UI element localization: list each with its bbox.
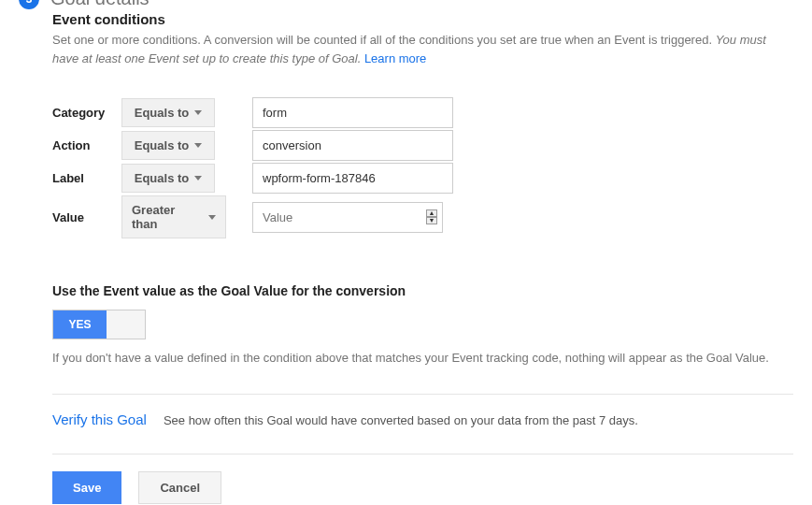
divider [52, 394, 793, 395]
toggle-description: If you don't have a value defined in the… [52, 349, 793, 368]
caret-down-icon [194, 110, 202, 115]
value-number-input[interactable] [252, 202, 443, 233]
toggle-yes: YES [53, 310, 107, 339]
value-operator-dropdown[interactable]: Greater than [121, 195, 226, 238]
step-title: Goal details [50, 0, 150, 9]
divider [52, 454, 793, 454]
section-title: Event conditions [52, 11, 793, 27]
label-label: Label [52, 171, 110, 185]
caret-down-icon [194, 176, 202, 180]
cancel-button[interactable]: Cancel [138, 471, 221, 504]
condition-row-value: Value Greater than ▲ ▼ [52, 195, 793, 238]
category-label: Category [52, 106, 110, 120]
caret-down-icon [194, 143, 202, 148]
learn-more-link[interactable]: Learn more [364, 51, 426, 65]
category-value-input[interactable] [252, 97, 453, 128]
condition-row-label: Label Equals to [52, 163, 793, 194]
number-spinner[interactable]: ▲ ▼ [426, 209, 437, 224]
category-operator-dropdown[interactable]: Equals to [121, 98, 215, 127]
verify-description: See how often this Goal would have conve… [164, 413, 638, 427]
save-button[interactable]: Save [52, 471, 121, 504]
label-value-input[interactable] [252, 163, 453, 194]
spinner-up-icon[interactable]: ▲ [426, 209, 437, 217]
caret-down-icon [208, 215, 216, 220]
condition-row-action: Action Equals to [52, 130, 793, 161]
condition-row-category: Category Equals to [52, 97, 793, 128]
action-value-input[interactable] [252, 130, 453, 161]
section-description: Set one or more conditions. A conversion… [52, 31, 793, 67]
spinner-down-icon[interactable]: ▼ [426, 217, 437, 224]
toggle-off-handle [107, 310, 145, 339]
action-label: Action [52, 138, 110, 152]
value-label: Value [52, 210, 110, 224]
label-operator-dropdown[interactable]: Equals to [121, 164, 215, 193]
toggle-title: Use the Event value as the Goal Value fo… [52, 283, 793, 298]
step-number-badge: 3 [19, 0, 39, 9]
verify-goal-link[interactable]: Verify this Goal [52, 411, 147, 427]
action-operator-dropdown[interactable]: Equals to [121, 131, 215, 160]
goal-value-toggle[interactable]: YES [52, 310, 146, 339]
